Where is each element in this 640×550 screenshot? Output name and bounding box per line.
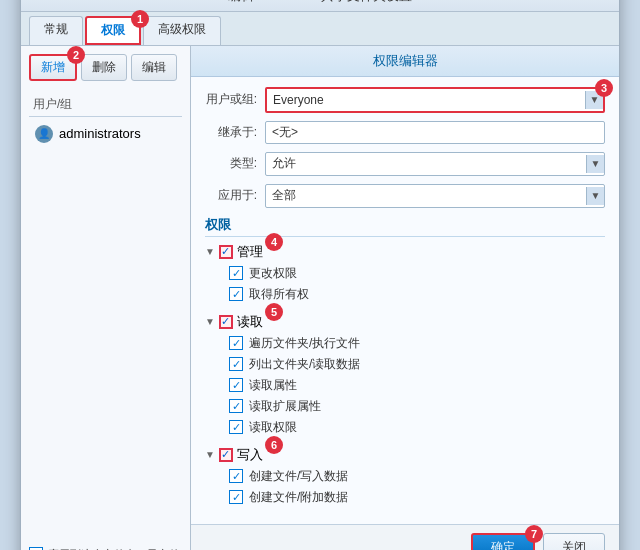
user-label: 用户或组:	[205, 91, 265, 108]
apply-value: 全部	[272, 187, 586, 204]
add-button[interactable]: 新增 2	[29, 54, 77, 81]
label-change-perm: 更改权限	[249, 265, 297, 282]
type-dropdown-arrow[interactable]: ▼	[586, 155, 604, 173]
inherit-control: <无>	[265, 121, 605, 144]
chevron-manage: ▼	[205, 246, 215, 257]
window-title: 编辑 nfs-tomcat 共享文件夹设置	[228, 0, 413, 3]
badge-7: 7	[525, 525, 543, 543]
apply-checkbox-label: 应用到这个文件夹、子文件	[48, 547, 180, 551]
perm-item-read-attr: 读取属性	[205, 375, 605, 396]
chevron-write: ▼	[205, 449, 215, 460]
checkbox-read-attr[interactable]	[229, 378, 243, 392]
checkbox-change-perm[interactable]	[229, 266, 243, 280]
confirm-button[interactable]: 确定 7	[471, 533, 535, 551]
tab-permissions[interactable]: 权限 1	[85, 16, 141, 45]
checkbox-take-ownership[interactable]	[229, 287, 243, 301]
label-list-dir: 列出文件夹/读取数据	[249, 356, 360, 373]
main-window: 编辑 nfs-tomcat 共享文件夹设置 常规 权限 1 高级权限 新增 2 …	[20, 0, 620, 550]
user-avatar: 👤	[35, 125, 53, 143]
user-group-row: 用户或组: Everyone ▼ 3	[205, 87, 605, 113]
edit-button[interactable]: 编辑	[131, 54, 177, 81]
checkbox-write[interactable]	[219, 448, 233, 462]
label-take-ownership: 取得所有权	[249, 286, 309, 303]
label-create-dir: 创建文件/附加数据	[249, 489, 348, 506]
apply-control[interactable]: 全部 ▼	[265, 184, 605, 208]
apply-dropdown-arrow[interactable]: ▼	[586, 187, 604, 205]
title-bar: 编辑 nfs-tomcat 共享文件夹设置	[21, 0, 619, 12]
perm-group-write-header[interactable]: ▼ 写入 6	[205, 444, 605, 466]
badge-4: 4	[265, 233, 283, 251]
left-panel: 新增 2 删除 编辑 用户/组 👤 administrators	[21, 46, 191, 551]
tab-bar: 常规 权限 1 高级权限	[21, 12, 619, 46]
editor-title: 权限编辑器	[191, 46, 619, 77]
user-value: Everyone	[273, 93, 585, 107]
checkbox-create-dir[interactable]	[229, 490, 243, 504]
type-label: 类型:	[205, 155, 265, 172]
perm-item-read-ext-attr: 读取扩展属性	[205, 396, 605, 417]
checkbox-manage[interactable]	[219, 245, 233, 259]
action-bar: 新增 2 删除 编辑	[21, 46, 190, 89]
perm-group-write-label: 写入	[237, 446, 263, 464]
badge-1: 1	[131, 10, 149, 28]
editor-body: 用户或组: Everyone ▼ 3 继承于: <无> 类型:	[191, 77, 619, 524]
label-traverse: 遍历文件夹/执行文件	[249, 335, 360, 352]
checkbox-list-dir[interactable]	[229, 357, 243, 371]
apply-checkbox-row: 应用到这个文件夹、子文件	[21, 539, 190, 551]
right-panel: 权限编辑器 用户或组: Everyone ▼ 3 继承于: <无>	[191, 46, 619, 551]
tab-general[interactable]: 常规	[29, 16, 83, 45]
badge-3: 3	[595, 79, 613, 97]
perm-item-change-perm: 更改权限	[205, 263, 605, 284]
perm-group-manage-label: 管理	[237, 243, 263, 261]
checkbox-read-ext-attr[interactable]	[229, 399, 243, 413]
type-row: 类型: 允许 ▼	[205, 152, 605, 176]
perm-group-read-label: 读取	[237, 313, 263, 331]
chevron-read: ▼	[205, 316, 215, 327]
editor-footer: 确定 7 关闭	[191, 524, 619, 551]
badge-5: 5	[265, 303, 283, 321]
label-read-perm: 读取权限	[249, 419, 297, 436]
perm-item-create-file: 创建文件/写入数据	[205, 466, 605, 487]
perm-item-create-dir: 创建文件/附加数据	[205, 487, 605, 508]
checkbox-read[interactable]	[219, 315, 233, 329]
badge-2: 2	[67, 46, 85, 64]
label-read-attr: 读取属性	[249, 377, 297, 394]
user-item[interactable]: 👤 administrators	[29, 121, 182, 147]
user-name: administrators	[59, 126, 141, 141]
perm-item-read-perm: 读取权限	[205, 417, 605, 438]
user-control[interactable]: Everyone ▼ 3	[265, 87, 605, 113]
apply-row: 应用于: 全部 ▼	[205, 184, 605, 208]
inherit-row: 继承于: <无>	[205, 121, 605, 144]
type-value: 允许	[272, 155, 586, 172]
tab-advanced[interactable]: 高级权限	[143, 16, 221, 45]
checkbox-traverse[interactable]	[229, 336, 243, 350]
badge-6: 6	[265, 436, 283, 454]
type-control[interactable]: 允许 ▼	[265, 152, 605, 176]
label-create-file: 创建文件/写入数据	[249, 468, 348, 485]
perm-item-take-ownership: 取得所有权	[205, 284, 605, 305]
perm-section-title: 权限	[205, 216, 605, 237]
perm-group-read-header[interactable]: ▼ 读取 5	[205, 311, 605, 333]
perm-group-write: ▼ 写入 6 创建文件/写入数据 创建文件/附加数据	[205, 444, 605, 508]
checkbox-read-perm[interactable]	[229, 420, 243, 434]
label-read-ext-attr: 读取扩展属性	[249, 398, 321, 415]
content-area: 新增 2 删除 编辑 用户/组 👤 administrators	[21, 46, 619, 551]
users-section: 用户/组 👤 administrators	[21, 89, 190, 151]
inherit-label: 继承于:	[205, 124, 265, 141]
delete-button[interactable]: 删除	[81, 54, 127, 81]
inherit-value: <无>	[272, 124, 598, 141]
perm-group-manage-header[interactable]: ▼ 管理 4	[205, 241, 605, 263]
close-button[interactable]: 关闭	[543, 533, 605, 551]
section-header: 用户/组	[29, 93, 182, 117]
perm-item-traverse: 遍历文件夹/执行文件	[205, 333, 605, 354]
perm-group-manage: ▼ 管理 4 更改权限 取得所有权	[205, 241, 605, 305]
perm-item-list-dir: 列出文件夹/读取数据	[205, 354, 605, 375]
checkbox-create-file[interactable]	[229, 469, 243, 483]
perm-group-read: ▼ 读取 5 遍历文件夹/执行文件 列出文件夹/读取数据	[205, 311, 605, 438]
apply-label: 应用于:	[205, 187, 265, 204]
